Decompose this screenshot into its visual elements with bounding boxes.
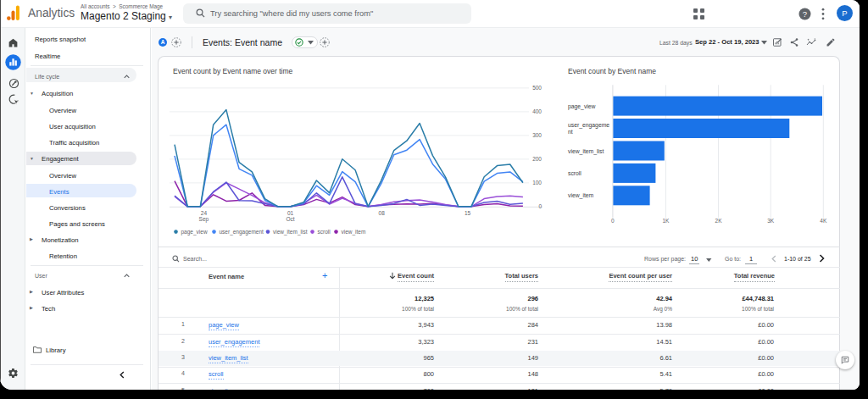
svg-text:100: 100 — [532, 180, 542, 186]
svg-text:400: 400 — [532, 108, 542, 114]
svg-text:24: 24 — [201, 210, 208, 216]
svg-text:view_item: view_item — [568, 192, 594, 199]
svg-text:Sep: Sep — [199, 216, 209, 223]
svg-text:500: 500 — [532, 85, 542, 91]
svg-text:scroll: scroll — [568, 170, 581, 176]
svg-text:4K: 4K — [820, 218, 827, 224]
svg-text:?: ? — [803, 9, 807, 19]
svg-text:page_view: page_view — [568, 103, 596, 110]
svg-text:0: 0 — [611, 218, 615, 224]
svg-text:1K: 1K — [662, 218, 670, 224]
svg-text:08: 08 — [379, 210, 386, 216]
svg-text:view_item_list: view_item_list — [273, 229, 308, 236]
svg-text:0: 0 — [538, 203, 542, 209]
svg-text:Oct: Oct — [287, 216, 295, 222]
svg-text:300: 300 — [532, 132, 542, 138]
svg-text:2K: 2K — [715, 218, 723, 224]
svg-text:view_item_list: view_item_list — [568, 148, 604, 155]
svg-text:user_engageme: user_engageme — [568, 122, 609, 129]
svg-text:3K: 3K — [767, 218, 775, 224]
svg-text:view_item: view_item — [342, 229, 366, 236]
svg-text:user_engagement: user_engagement — [220, 229, 264, 236]
svg-text:01: 01 — [287, 210, 294, 216]
svg-text:200: 200 — [532, 156, 542, 162]
svg-text:15: 15 — [465, 210, 471, 216]
svg-text:nt: nt — [568, 129, 573, 135]
svg-text:page_view: page_view — [181, 229, 208, 236]
svg-text:scroll: scroll — [318, 229, 331, 235]
